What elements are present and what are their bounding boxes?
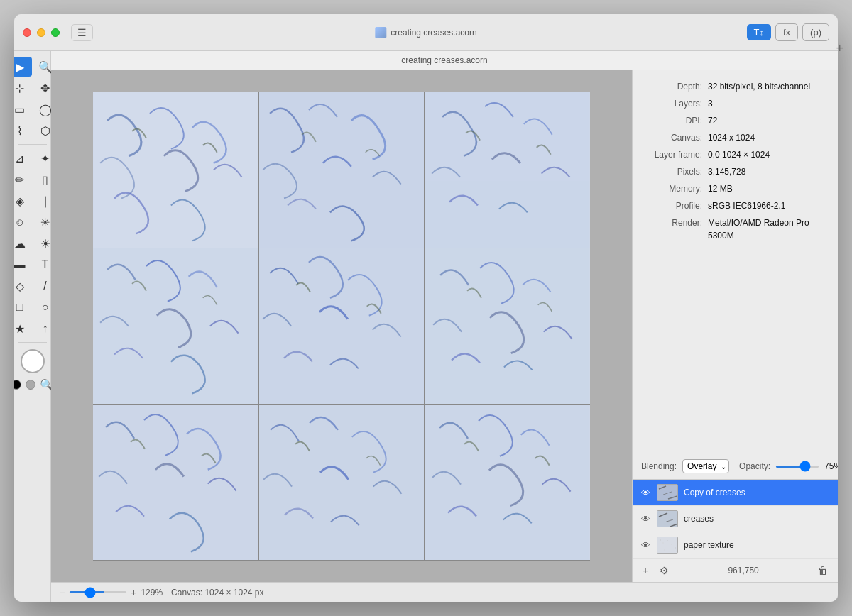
file-icon <box>375 27 386 38</box>
canvas-cell-9 <box>425 405 590 560</box>
info-row-profile: Profile: sRGB IEC61966-2.1 <box>644 199 826 212</box>
toolbar-left: ▶ 🔍 ⊹ ✥ ▭ ◯ ⌇ ⬡ ⊿ ✦ ✏ ▯ <box>14 51 51 602</box>
zoom-in-button[interactable]: + <box>131 587 136 598</box>
layer-item-copy-creases[interactable]: 👁 Copy of creases <box>633 480 838 506</box>
svg-point-21 <box>660 539 661 541</box>
square-tool[interactable]: □ <box>14 297 32 317</box>
canvas-area[interactable] <box>51 70 632 582</box>
memory-value: 12 MB <box>708 182 733 195</box>
fill-tool[interactable]: ◈ <box>14 191 32 211</box>
svg-rect-7 <box>425 248 590 404</box>
canvas-and-info: Depth: 32 bits/pixel, 8 bits/channel Lay… <box>51 70 838 582</box>
canvas-value: 1024 x 1024 <box>708 131 755 144</box>
layer-thumb-paper-texture <box>657 537 678 554</box>
zoom-slider[interactable] <box>70 591 126 593</box>
layer-frame-value: 0,0 1024 × 1024 <box>708 148 770 161</box>
render-value: Metal/IO/AMD Radeon Pro 5300M <box>708 216 826 242</box>
clone-tool[interactable]: ⌾ <box>14 212 32 232</box>
main-area: creating creases.acorn <box>51 51 838 602</box>
info-row-pixels: Pixels: 3,145,728 <box>644 165 826 178</box>
layer-name-paper-texture: paper texture <box>684 540 734 550</box>
canvas-cell-inner-6 <box>425 248 590 404</box>
black-color[interactable] <box>14 380 21 390</box>
memory-label: Memory: <box>644 182 708 195</box>
app-window: ☰ creating creases.acorn T↕ fx (p) ▶ 🔍 ⊹… <box>14 14 838 602</box>
canvas-cell-8 <box>259 405 425 560</box>
zoom-out-button[interactable]: − <box>60 587 65 598</box>
info-panel: Depth: 32 bits/pixel, 8 bits/channel Lay… <box>633 70 838 453</box>
layer-thumb-creases <box>657 510 678 527</box>
star-tool[interactable]: ★ <box>14 319 32 339</box>
minimize-button[interactable] <box>37 28 45 37</box>
dpi-value: 72 <box>708 114 717 127</box>
layers-label: Layers: <box>644 97 708 110</box>
layer-item-creases[interactable]: 👁 creases <box>633 506 838 532</box>
canvas-cell-inner-1 <box>93 92 258 248</box>
eye-icon-copy-creases[interactable]: 👁 <box>640 487 651 498</box>
eye-icon-paper-texture[interactable]: 👁 <box>640 539 651 551</box>
pixels-label: Pixels: <box>644 165 708 178</box>
document-title: creating creases.acorn <box>390 28 476 38</box>
right-panel: Depth: 32 bits/pixel, 8 bits/channel Lay… <box>632 70 838 582</box>
info-row-memory: Memory: 12 MB <box>644 182 826 195</box>
cloud-tool[interactable]: ☁ <box>14 233 32 253</box>
opacity-slider[interactable] <box>776 466 819 468</box>
lasso-tool[interactable]: ⌇ <box>14 121 32 141</box>
svg-point-26 <box>664 549 665 551</box>
gray-color[interactable] <box>26 380 36 390</box>
svg-rect-3 <box>259 92 424 248</box>
zoom-controls: − + 129% <box>60 587 163 598</box>
pixels-value: 3,145,728 <box>708 165 746 178</box>
plugin-button[interactable]: (p) <box>802 23 829 41</box>
window-content: ▶ 🔍 ⊹ ✥ ▭ ◯ ⌇ ⬡ ⊿ ✦ ✏ ▯ <box>14 51 838 602</box>
layer-settings-button[interactable]: ⚙ <box>657 563 672 578</box>
maximize-button[interactable] <box>51 28 60 37</box>
canvas-cell-inner-4 <box>93 248 258 404</box>
rect-select-tool[interactable]: ▭ <box>14 99 32 119</box>
layers-panel: Blending: Overlay Normal Multiply Screen… <box>633 453 838 582</box>
canvas-cell-7 <box>93 405 258 560</box>
canvas-cell-2 <box>259 92 425 248</box>
layers-value: 3 <box>708 97 713 110</box>
svg-rect-9 <box>259 405 424 560</box>
svg-point-25 <box>674 547 676 549</box>
canvas-cell-5 <box>259 248 425 404</box>
blending-select-wrapper[interactable]: Overlay Normal Multiply Screen <box>682 459 729 473</box>
delete-layer-button[interactable]: 🗑 <box>815 563 831 578</box>
eyedropper-tool[interactable]: ⊿ <box>14 148 32 168</box>
render-label: Render: <box>644 216 708 242</box>
depth-label: Depth: <box>644 80 708 93</box>
fx-button[interactable]: fx <box>775 23 798 41</box>
foreground-color[interactable] <box>21 349 45 373</box>
add-panel-button-corner[interactable]: + <box>836 41 838 56</box>
depth-value: 32 bits/pixel, 8 bits/channel <box>708 80 810 93</box>
crop-tool[interactable]: ⊹ <box>14 78 32 98</box>
canvas-cell-4 <box>93 248 258 404</box>
info-row-layer-frame: Layer frame: 0,0 1024 × 1024 <box>644 148 826 161</box>
canvas-cell-inner-5 <box>259 248 425 404</box>
svg-rect-8 <box>93 405 258 560</box>
info-row-dpi: DPI: 72 <box>644 114 826 127</box>
profile-value: sRGB IEC61966-2.1 <box>708 199 785 212</box>
select-tool[interactable]: ▶ <box>14 57 32 77</box>
opacity-label: Opacity: <box>739 461 770 471</box>
rect-shape-tool[interactable]: ▬ <box>14 255 32 275</box>
blending-row: Blending: Overlay Normal Multiply Screen… <box>633 453 838 480</box>
eye-icon-creases[interactable]: 👁 <box>640 513 651 524</box>
zoom-value: 129% <box>141 588 163 598</box>
paintbrush-tool[interactable]: ✏ <box>14 170 32 189</box>
document-header-title: creating creases.acorn <box>401 55 487 65</box>
profile-label: Profile: <box>644 199 708 212</box>
text-tool-button[interactable]: T↕ <box>747 24 771 40</box>
add-layer-button[interactable]: + <box>640 563 651 578</box>
close-button[interactable] <box>23 28 31 37</box>
info-row-depth: Depth: 32 bits/pixel, 8 bits/channel <box>644 80 826 93</box>
layer-coords: 961,750 <box>728 566 758 576</box>
sidebar-toggle-button[interactable]: ☰ <box>71 24 93 41</box>
canvas-size-label: Canvas: 1024 × 1024 px <box>171 588 263 598</box>
info-row-render: Render: Metal/IO/AMD Radeon Pro 5300M <box>644 216 826 242</box>
layer-item-paper-texture[interactable]: 👁 <box>633 532 838 559</box>
blending-select[interactable]: Overlay Normal Multiply Screen <box>682 459 729 473</box>
pen-tool[interactable]: ◇ <box>14 276 32 296</box>
layer-name-creases: creases <box>684 514 714 524</box>
